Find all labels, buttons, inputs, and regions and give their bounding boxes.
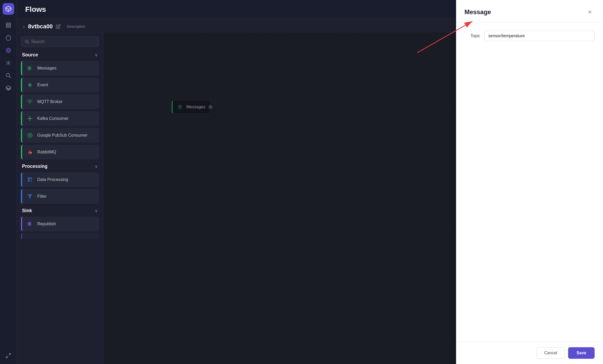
svg-line-19: [28, 42, 29, 44]
sink-section-header[interactable]: Sink ∨: [17, 205, 103, 216]
svg-marker-47: [28, 195, 32, 199]
nav-bottom: [3, 350, 14, 361]
node-item-event[interactable]: Event: [21, 78, 99, 92]
node-item-pubsub[interactable]: Google PubSub Consumer: [21, 128, 99, 143]
sidebar-search-icon: [25, 40, 29, 44]
messages-icon: [26, 64, 34, 72]
node-item-kafka[interactable]: Kafka Consumer: [21, 111, 99, 126]
nav-icon-expand[interactable]: [3, 350, 14, 361]
modal-close-button[interactable]: [585, 7, 595, 17]
processing-section-header[interactable]: Processing ∨: [17, 160, 103, 171]
svg-line-15: [6, 356, 8, 358]
rabbitmq-icon: [26, 148, 34, 156]
left-nav: [0, 0, 17, 364]
message-modal: Message Topic Cancel Save: [456, 0, 603, 364]
svg-rect-4: [6, 23, 8, 25]
kafka-icon: [26, 114, 34, 123]
source-section-title: Source: [22, 52, 38, 58]
page-title: Flows: [25, 5, 46, 14]
svg-point-10: [8, 62, 9, 64]
svg-point-11: [6, 73, 9, 77]
event-icon: [26, 81, 34, 89]
pubsub-icon: [26, 131, 34, 140]
source-section-header[interactable]: Source ∨: [17, 49, 103, 60]
back-button[interactable]: ‹: [23, 24, 25, 30]
node-item-rabbitmq[interactable]: RabbitMQ: [21, 145, 99, 159]
messages-label: Messages: [37, 66, 56, 71]
svg-rect-7: [9, 26, 10, 27]
flow-description: Description: [67, 24, 85, 29]
nav-icon-dashboard[interactable]: [3, 20, 14, 30]
svg-point-9: [7, 49, 9, 51]
processing-section-title: Processing: [22, 164, 47, 169]
svg-point-30: [31, 118, 33, 119]
republish-label: Republish: [37, 222, 56, 226]
svg-point-29: [28, 118, 29, 119]
svg-point-8: [6, 48, 10, 53]
arrow-annotation: [412, 11, 496, 58]
search-input[interactable]: [31, 39, 95, 44]
cancel-button[interactable]: Cancel: [537, 347, 565, 359]
save-button[interactable]: Save: [568, 347, 595, 359]
svg-rect-41: [30, 150, 31, 152]
close-icon: [587, 9, 593, 15]
svg-rect-48: [28, 222, 31, 226]
svg-point-38: [29, 135, 30, 136]
republish-icon: [26, 220, 34, 228]
sidebar-panel: Source ∨ Messages Event: [17, 32, 103, 364]
svg-rect-46: [30, 180, 32, 182]
nav-icon-data[interactable]: [3, 45, 14, 56]
arrow-annotation-container: [464, 47, 595, 95]
modal-footer: Cancel Save: [456, 342, 603, 364]
svg-point-28: [29, 120, 30, 121]
svg-rect-40: [29, 151, 30, 152]
sink-chevron-icon: ∨: [95, 208, 98, 213]
svg-line-2: [8, 8, 11, 9]
svg-point-42: [30, 152, 31, 153]
svg-line-57: [417, 21, 472, 53]
filter-label: Filter: [37, 194, 47, 199]
node-item-mqtt[interactable]: MQTT Broker: [21, 94, 99, 109]
search-box[interactable]: [21, 36, 99, 47]
svg-line-1: [6, 8, 8, 9]
data-processing-label: Data Processing: [37, 177, 68, 182]
rabbitmq-label: RabbitMQ: [37, 150, 56, 154]
node-item-messages[interactable]: Messages: [21, 61, 99, 76]
svg-line-14: [9, 354, 10, 355]
nav-icon-shield[interactable]: [3, 33, 14, 43]
mqtt-label: MQTT Broker: [37, 99, 63, 104]
source-chevron-icon: ∨: [95, 52, 98, 57]
flow-id: 8vtbca00: [28, 23, 53, 30]
processing-chevron-icon: ∨: [95, 164, 98, 169]
svg-rect-45: [28, 180, 30, 182]
pubsub-label: Google PubSub Consumer: [37, 133, 87, 138]
nav-icon-settings[interactable]: [3, 58, 14, 68]
node-item-republish[interactable]: Republish: [21, 217, 99, 231]
svg-point-18: [25, 40, 28, 42]
topic-input[interactable]: [484, 31, 595, 41]
event-label: Event: [37, 83, 48, 87]
svg-rect-43: [28, 178, 30, 179]
mqtt-icon: [26, 98, 34, 106]
node-item-data-processing[interactable]: Data Processing: [21, 172, 99, 187]
nav-icon-search[interactable]: [3, 70, 14, 81]
data-processing-icon: [26, 175, 34, 184]
kafka-label: Kafka Consumer: [37, 116, 68, 121]
nav-icon-layers[interactable]: [3, 83, 14, 93]
svg-point-27: [29, 116, 30, 117]
svg-rect-5: [9, 23, 10, 25]
svg-rect-6: [6, 26, 8, 27]
node-item-filter[interactable]: Filter: [21, 189, 99, 204]
sink-section-title: Sink: [22, 208, 32, 213]
app-logo: [3, 3, 14, 15]
svg-line-12: [9, 76, 10, 78]
edit-icon[interactable]: [56, 24, 61, 29]
modal-body: Topic: [456, 22, 603, 342]
svg-point-26: [29, 118, 31, 119]
svg-rect-44: [30, 178, 32, 179]
filter-icon: [26, 192, 34, 201]
